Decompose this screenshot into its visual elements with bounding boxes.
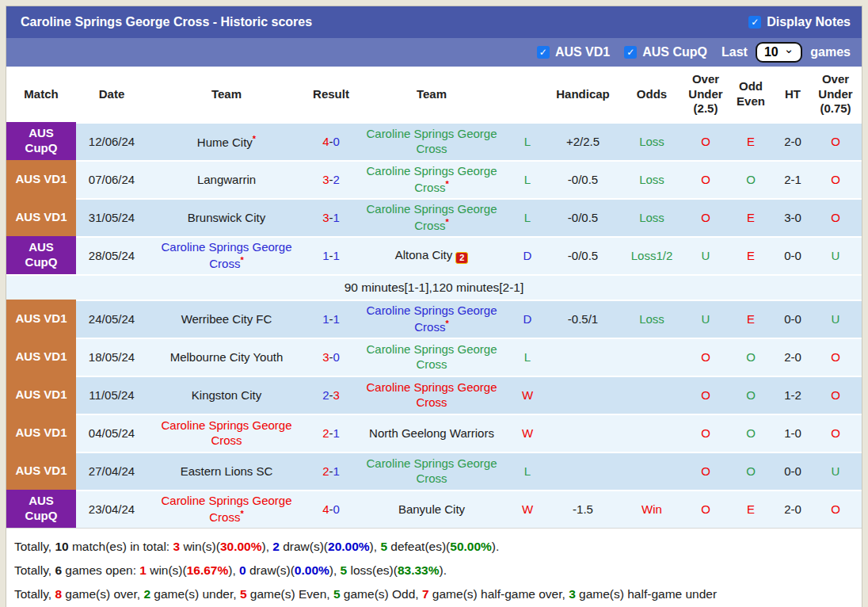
score-home: 3 — [322, 173, 329, 188]
date-cell: 24/05/24 — [76, 300, 147, 338]
score-away: 1 — [333, 211, 340, 226]
team-name: Langwarrin — [197, 173, 256, 188]
footer-segment: defeat(es)( — [387, 540, 450, 553]
match-badge: AUS VD1 — [6, 376, 76, 414]
filter-bar: AUS VD1 AUS CupQ Last 10 games — [6, 38, 862, 67]
wdl-cell: W — [507, 490, 548, 528]
odd-even-cell: E — [725, 198, 776, 236]
score-away: 0 — [333, 350, 340, 365]
star-marker: * — [253, 134, 256, 143]
date-cell: 12/06/24 — [76, 122, 147, 160]
team-name: Caroline Springs George Cross* — [150, 494, 303, 525]
star-marker: * — [445, 179, 448, 189]
table-row: AUS CupQ 23/04/24 Caroline Springs Georg… — [6, 490, 862, 528]
handicap-cell: -0/0.5 — [548, 236, 618, 274]
date-cell: 11/05/24 — [76, 376, 147, 414]
footer-segment: ), — [261, 540, 272, 553]
table-row: AUS CupQ 28/05/24 Caroline Springs Georg… — [6, 236, 862, 274]
table-body: AUS CupQ 12/06/24 Hume City* 4-0 Carolin… — [6, 122, 862, 528]
date-cell: 04/05/24 — [76, 414, 147, 452]
footer-segment: ). — [440, 563, 447, 577]
date-cell: 07/06/24 — [76, 160, 147, 198]
away-team-cell: Caroline Springs George Cross — [356, 122, 507, 160]
match-badge: AUS VD1 — [6, 160, 76, 198]
footer-segment: game(s) half-game over, — [429, 587, 569, 601]
footer-segment: 2 — [272, 540, 280, 553]
note-text: 90 minutes[1-1],120 minutes[2-1] — [6, 274, 862, 300]
historic-scores-panel: Caroline Springs George Cross - Historic… — [6, 6, 862, 607]
aus-vd1-filter: AUS VD1 — [537, 45, 610, 59]
odds-cell — [618, 376, 686, 414]
result-cell: 2-1 — [306, 414, 356, 452]
odd-even-cell: O — [725, 414, 776, 452]
page-title: Caroline Springs George Cross - Historic… — [21, 15, 312, 29]
wdl-cell: W — [507, 376, 548, 414]
handicap-cell: -0/0.5 — [548, 160, 618, 198]
ht-cell: 0-0 — [776, 452, 809, 490]
footer-segment: 0 — [239, 563, 246, 577]
ht-cell: 3-0 — [776, 198, 809, 236]
star-marker: * — [240, 255, 243, 265]
team-name: Melbourne City Youth — [170, 350, 284, 365]
result-cell: 3-2 — [306, 160, 356, 198]
footer-segment: game(s) under, — [150, 587, 240, 601]
result-cell: 1-1 — [306, 300, 356, 338]
footer-segment: game(s) Even, — [247, 587, 333, 601]
header-cell: Result — [306, 67, 356, 122]
ht-cell: 2-0 — [776, 122, 809, 160]
footer-segment: Totally, — [14, 587, 55, 601]
wdl-cell: L — [507, 198, 548, 236]
away-team-cell: Banyule City — [356, 490, 507, 528]
last-label: Last — [721, 45, 748, 59]
odds-cell: Loss — [618, 198, 686, 236]
footer-segment: loss(es)( — [347, 563, 398, 577]
footer-line: Totally, 6 games open: 1 win(s)(16.67%),… — [14, 559, 854, 582]
display-notes-checkbox[interactable] — [748, 16, 761, 29]
footer-segment: match(es) in total: — [69, 540, 173, 553]
footer-segment: win(s)( — [180, 540, 220, 553]
date-cell: 31/05/24 — [76, 198, 147, 236]
score-away: 1 — [333, 464, 340, 479]
extra-time-icon: 2 — [455, 252, 468, 264]
footer-segment: 7 — [422, 587, 429, 601]
header-cell: Date — [76, 67, 147, 122]
date-cell: 18/05/24 — [76, 338, 147, 376]
ou25-cell: O — [686, 452, 725, 490]
aus-cupq-label: AUS CupQ — [642, 45, 707, 59]
team-name: North Geelong Warriors — [369, 426, 494, 441]
footer-segment: 5 — [240, 587, 247, 601]
ou25-cell: O — [686, 122, 725, 160]
odd-even-cell: O — [725, 452, 776, 490]
team-name: Caroline Springs George Cross — [360, 127, 504, 157]
last-games-select[interactable]: 10 — [756, 42, 802, 63]
odd-even-cell: O — [725, 160, 776, 198]
table-row: AUS VD1 18/05/24 Melbourne City Youth 3-… — [6, 338, 862, 376]
header-cell: Match — [6, 67, 76, 122]
match-badge: AUS CupQ — [6, 490, 76, 528]
star-marker: * — [445, 319, 448, 328]
team-name: Caroline Springs George Cross* — [150, 240, 303, 272]
ou25-cell: O — [686, 490, 725, 528]
aus-vd1-checkbox[interactable] — [537, 46, 550, 59]
home-team-cell: Kingston City — [147, 376, 306, 414]
odds-cell: Loss — [618, 300, 686, 338]
ou25-cell: O — [686, 198, 725, 236]
team-name: Brunswick City — [188, 211, 265, 226]
team-name: Werribee City FC — [181, 312, 272, 327]
ou075-cell: U — [809, 300, 862, 338]
aus-cupq-checkbox[interactable] — [624, 46, 637, 59]
score-away: 3 — [333, 388, 340, 403]
score-home: 2 — [322, 464, 329, 479]
footer-segment: game(s) half-game under — [576, 587, 717, 601]
result-cell: 2-3 — [306, 376, 356, 414]
footer-segment: ), — [228, 563, 239, 577]
wdl-cell: L — [507, 160, 548, 198]
odds-cell — [618, 452, 686, 490]
home-team-cell: Brunswick City — [147, 198, 306, 236]
score-home: 1 — [322, 249, 329, 264]
ht-cell: 0-0 — [776, 236, 809, 274]
date-cell: 23/04/24 — [76, 490, 147, 528]
home-team-cell: Melbourne City Youth — [147, 338, 306, 376]
odds-cell: Win — [618, 490, 686, 528]
footer-summary: Totally, 10 match(es) in total: 3 win(s)… — [6, 528, 862, 607]
